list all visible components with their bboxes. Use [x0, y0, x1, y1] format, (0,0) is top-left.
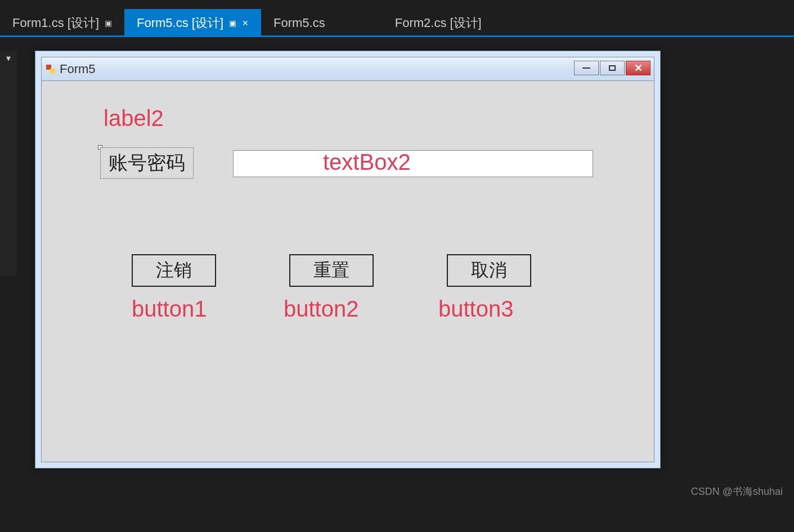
document-tab-bar: Form1.cs [设计] ▣ Form5.cs [设计] ▣ ✕ Form5.… — [0, 10, 794, 37]
button2-control[interactable]: 重置 — [289, 254, 374, 287]
pin-icon[interactable]: ▣ — [105, 19, 112, 28]
pin-icon[interactable]: ▣ — [229, 19, 236, 28]
tab-form2-design[interactable]: Form2.cs [设计] — [383, 9, 494, 37]
tab-label: Form5.cs [设计] — [137, 15, 223, 31]
tab-label: Form2.cs [设计] — [395, 15, 482, 31]
left-toolbox-gutter: ▾ — [0, 51, 17, 276]
form-icon — [46, 65, 55, 74]
annotation-button1: button1 — [132, 296, 207, 322]
annotation-button3: button3 — [438, 296, 513, 322]
tab-form1-design[interactable]: Form1.cs [设计] ▣ — [0, 9, 124, 37]
window-control-buttons: ✕ — [574, 61, 651, 75]
close-button[interactable]: ✕ — [626, 61, 651, 75]
tab-label: Form1.cs [设计] — [12, 15, 99, 31]
button3-text: 取消 — [471, 258, 507, 283]
label2-control[interactable]: 账号密码 — [100, 147, 194, 179]
dropdown-icon[interactable]: ▾ — [0, 51, 17, 66]
annotation-label2: label2 — [104, 106, 164, 131]
tab-form5-design[interactable]: Form5.cs [设计] ▣ ✕ — [124, 9, 261, 37]
watermark: CSDN @书海shuhai — [691, 485, 783, 498]
form-body[interactable]: label2 账号密码 textBox2 注销 重置 取消 button1 bu… — [47, 85, 648, 456]
button2-text: 重置 — [313, 258, 349, 283]
close-icon: ✕ — [634, 62, 643, 74]
annotation-button2: button2 — [284, 296, 358, 322]
tab-label: Form5.cs — [273, 16, 325, 30]
textbox2-control[interactable] — [233, 150, 593, 177]
form-designer-canvas[interactable]: Form5 ✕ label2 账号密码 textBox2 注销 — [35, 51, 661, 468]
button3-control[interactable]: 取消 — [447, 254, 531, 287]
close-icon[interactable]: ✕ — [242, 19, 249, 28]
tab-form5-cs[interactable]: Form5.cs — [261, 10, 338, 36]
form-title-bar[interactable]: Form5 ✕ — [42, 57, 654, 81]
button1-text: 注销 — [156, 258, 192, 283]
minimize-icon — [582, 67, 590, 69]
form-window: Form5 ✕ label2 账号密码 textBox2 注销 — [41, 57, 654, 462]
maximize-button[interactable] — [600, 61, 625, 75]
label2-text: 账号密码 — [109, 152, 185, 173]
button1-control[interactable]: 注销 — [132, 254, 216, 287]
maximize-icon — [609, 65, 616, 71]
form-title: Form5 — [60, 62, 96, 76]
minimize-button[interactable] — [574, 61, 599, 75]
